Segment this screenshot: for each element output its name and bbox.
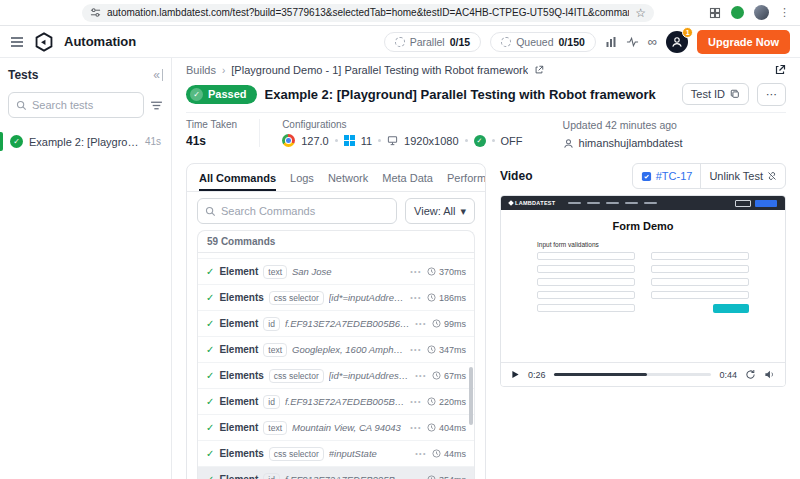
browser-menu-icon[interactable]: ⋮ <box>779 6 790 19</box>
more-options-button[interactable]: ⋯ <box>757 83 786 106</box>
commands-card: All Commands Logs Network Meta Data Perf… <box>186 163 486 479</box>
command-row[interactable]: ✓ Element id f.EF913E72A7EDEB005B61AC42F… <box>198 467 474 479</box>
activity-icon[interactable] <box>626 36 639 48</box>
view-filter-dropdown[interactable]: View: All ▾ <box>405 198 475 224</box>
row-ellipsis-icon[interactable]: ••• <box>410 346 422 353</box>
unlink-icon <box>767 171 777 181</box>
address-bar[interactable]: automation.lambdatest.com/test?build=357… <box>82 4 654 22</box>
parallel-icon <box>395 37 405 47</box>
tab[interactable]: All Commands <box>199 164 276 191</box>
command-row[interactable]: ✓ Elements css selector [id*=inputAddres… <box>198 285 474 311</box>
check-icon: ✓ <box>206 318 214 329</box>
video-player[interactable]: LAMBDATEST Form Demo Input form validati… <box>500 195 786 387</box>
clock-icon <box>427 423 436 432</box>
search-tests-box[interactable] <box>8 92 144 118</box>
queued-label: Queued <box>516 36 553 48</box>
bookmark-star-icon[interactable]: ☆ <box>635 7 646 19</box>
check-icon: ✓ <box>206 396 214 407</box>
windows-icon <box>344 135 355 146</box>
selector-text: f.EF913E72A7EDEB005B61AC42F65... <box>285 318 410 329</box>
extensions-icon[interactable] <box>709 7 721 19</box>
configurations-block: Configurations 127.0 11 1920x1080 ✓ OFF <box>259 119 522 147</box>
queued-counter[interactable]: Queued 0/150 <box>490 32 596 52</box>
unlink-test-button[interactable]: Unlink Test <box>701 164 785 188</box>
preview-form-field <box>651 278 749 286</box>
page-title: Automation <box>64 34 136 49</box>
tab[interactable]: Performance <box>447 164 485 191</box>
dot-separator <box>335 139 338 142</box>
search-tests-input[interactable] <box>32 99 136 111</box>
command-row[interactable]: ✓ Element id f.EF913E72A7EDEB005B61AC42F… <box>198 389 474 415</box>
row-ellipsis-icon[interactable]: ••• <box>410 424 422 431</box>
command-row[interactable]: ✓ Element id f.EF913E72A7EDEB005B61AC42F… <box>198 311 474 337</box>
selector-text: #inputState <box>329 448 410 459</box>
configurations-label: Configurations <box>282 119 522 130</box>
row-ellipsis-icon[interactable]: ••• <box>410 268 422 275</box>
browser-version: 127.0 <box>301 135 329 147</box>
hamburger-menu-icon[interactable] <box>10 36 24 48</box>
filter-sort-icon[interactable] <box>150 99 163 112</box>
lambdatest-logo[interactable] <box>34 32 54 52</box>
sidebar-test-item[interactable]: ✓ Example 2: [Playground] Parallel Testi… <box>8 132 163 151</box>
command-row[interactable]: ✓ Elements css selector #inputState ••• … <box>198 441 474 467</box>
test-id-button[interactable]: Test ID <box>682 83 749 105</box>
infinity-icon[interactable]: ∞ <box>648 35 657 48</box>
user-avatar[interactable]: 1 <box>666 31 688 53</box>
video-panel: Video #TC-17 Unlink Test <box>500 163 786 387</box>
row-ellipsis-icon[interactable]: ••• <box>415 450 427 457</box>
row-ellipsis-icon[interactable]: ••• <box>410 294 422 301</box>
search-commands-box[interactable] <box>197 198 397 224</box>
upgrade-now-button[interactable]: Upgrade Now <box>697 30 790 54</box>
preview-brand-logo: LAMBDATEST <box>509 200 555 206</box>
tune-icon[interactable] <box>90 7 101 18</box>
search-commands-input[interactable] <box>221 205 389 217</box>
row-ellipsis-icon[interactable]: ••• <box>415 320 427 327</box>
open-in-new-icon[interactable] <box>774 64 786 76</box>
command-type: Elements <box>219 292 263 303</box>
parallel-count: 0/15 <box>450 36 470 48</box>
selector-text: San Jose <box>292 266 405 277</box>
parallel-counter[interactable]: Parallel 0/15 <box>384 32 481 52</box>
collapse-sidebar-icon[interactable]: « <box>153 69 163 81</box>
preview-form-field <box>537 265 635 273</box>
locator-tag: id <box>263 395 280 409</box>
extension-badge-icon[interactable] <box>731 6 744 19</box>
breadcrumb-build-name[interactable]: [Playground Demo - 1] Parallel Testing w… <box>231 64 528 76</box>
external-link-icon[interactable] <box>534 65 544 75</box>
command-row[interactable]: ✓ Elements css selector [id*=inputAddres… <box>198 363 474 389</box>
scrollbar-thumb[interactable] <box>469 367 473 425</box>
parallel-label: Parallel <box>410 36 445 48</box>
tab[interactable]: Network <box>328 164 368 191</box>
replay-icon[interactable] <box>745 369 756 380</box>
tab[interactable]: Meta Data <box>382 164 433 191</box>
os-version: 11 <box>361 135 372 147</box>
command-row[interactable]: ✓ Element text San Jose ••• 370ms <box>198 259 474 285</box>
selector-text: [id*=inputAddress1] <box>329 292 405 303</box>
test-case-link[interactable]: #TC-17 <box>633 164 701 188</box>
volume-icon[interactable] <box>764 369 775 380</box>
preview-form-field <box>537 304 635 313</box>
browser-profile-avatar[interactable] <box>754 5 769 20</box>
video-progress-bar[interactable] <box>554 373 712 376</box>
chevron-right-icon: › <box>222 65 225 76</box>
search-icon <box>16 100 27 111</box>
row-ellipsis-icon[interactable]: ••• <box>415 372 427 379</box>
play-icon[interactable] <box>511 370 520 379</box>
command-type: Element <box>219 344 258 355</box>
command-row[interactable]: ✓ Element text Googleplex, 1600 Amphithe… <box>198 337 474 363</box>
preview-form-field <box>651 265 749 273</box>
tab[interactable]: Logs <box>290 164 314 191</box>
view-filter-label: View: All <box>414 205 455 217</box>
feature-check-icon: ✓ <box>474 135 486 147</box>
analytics-icon[interactable] <box>605 36 617 48</box>
command-row[interactable]: ✓ Element text Mountain View, CA 94043 •… <box>198 415 474 441</box>
check-icon: ✓ <box>206 344 214 355</box>
preview-page-body: Form Demo Input form validations <box>501 210 785 313</box>
chrome-icon <box>282 134 295 147</box>
breadcrumb-builds-link[interactable]: Builds <box>186 64 216 76</box>
row-ellipsis-icon[interactable]: ••• <box>410 398 422 405</box>
command-type: Element <box>219 318 258 329</box>
locator-tag: text <box>263 343 287 357</box>
command-duration: 354ms <box>439 475 466 479</box>
passed-check-icon: ✓ <box>10 135 23 148</box>
